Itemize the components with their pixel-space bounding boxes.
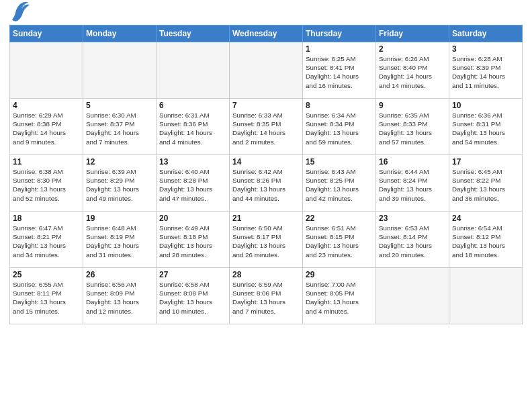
- calendar-cell: 21Sunrise: 6:50 AM Sunset: 8:17 PM Dayli…: [230, 212, 303, 268]
- day-number: 7: [232, 101, 300, 110]
- weekday-header-monday: Monday: [83, 26, 157, 42]
- calendar-cell: 9Sunrise: 6:35 AM Sunset: 8:33 PM Daylig…: [376, 99, 449, 155]
- day-info: Sunrise: 6:59 AM Sunset: 8:06 PM Dayligh…: [232, 280, 300, 316]
- weekday-header-row: SundayMondayTuesdayWednesdayThursdayFrid…: [10, 26, 523, 42]
- calendar-cell: 1Sunrise: 6:25 AM Sunset: 8:41 PM Daylig…: [303, 42, 376, 99]
- day-number: 23: [379, 214, 446, 223]
- day-number: 3: [452, 44, 519, 54]
- day-number: 8: [306, 101, 373, 110]
- weekday-header-thursday: Thursday: [303, 26, 376, 42]
- weekday-header-friday: Friday: [376, 26, 449, 42]
- day-number: 24: [452, 214, 519, 223]
- calendar-cell: 24Sunrise: 6:54 AM Sunset: 8:12 PM Dayli…: [449, 212, 523, 268]
- calendar-cell: 13Sunrise: 6:40 AM Sunset: 8:28 PM Dayli…: [157, 155, 230, 212]
- day-info: Sunrise: 6:25 AM Sunset: 8:41 PM Dayligh…: [306, 54, 373, 90]
- day-number: 6: [159, 101, 226, 110]
- calendar-cell: [157, 42, 230, 99]
- calendar-cell: 10Sunrise: 6:36 AM Sunset: 8:31 PM Dayli…: [449, 99, 523, 155]
- day-info: Sunrise: 6:49 AM Sunset: 8:18 PM Dayligh…: [159, 224, 226, 259]
- day-info: Sunrise: 6:33 AM Sunset: 8:35 PM Dayligh…: [232, 111, 300, 146]
- day-number: 11: [13, 157, 80, 167]
- day-number: 29: [306, 270, 373, 279]
- day-number: 2: [379, 44, 446, 54]
- calendar-cell: [376, 268, 449, 324]
- day-number: 5: [86, 101, 153, 110]
- calendar-cell: 23Sunrise: 6:53 AM Sunset: 8:14 PM Dayli…: [376, 212, 449, 268]
- calendar-cell: [449, 268, 523, 324]
- calendar-cell: 7Sunrise: 6:33 AM Sunset: 8:35 PM Daylig…: [230, 99, 303, 155]
- calendar-cell: 14Sunrise: 6:42 AM Sunset: 8:26 PM Dayli…: [230, 155, 303, 212]
- day-info: Sunrise: 6:29 AM Sunset: 8:38 PM Dayligh…: [13, 111, 80, 146]
- day-info: Sunrise: 6:35 AM Sunset: 8:33 PM Dayligh…: [379, 111, 446, 146]
- day-number: 25: [13, 270, 80, 279]
- calendar-cell: 18Sunrise: 6:47 AM Sunset: 8:21 PM Dayli…: [10, 212, 83, 268]
- calendar-cell: [230, 42, 303, 99]
- day-number: 26: [86, 270, 153, 279]
- day-info: Sunrise: 6:44 AM Sunset: 8:24 PM Dayligh…: [379, 167, 446, 203]
- day-number: 9: [379, 101, 446, 110]
- calendar-cell: 26Sunrise: 6:56 AM Sunset: 8:09 PM Dayli…: [83, 268, 157, 324]
- calendar-cell: 16Sunrise: 6:44 AM Sunset: 8:24 PM Dayli…: [376, 155, 449, 212]
- day-number: 21: [232, 214, 300, 223]
- page: SundayMondayTuesdayWednesdayThursdayFrid…: [0, 0, 532, 331]
- calendar-cell: 12Sunrise: 6:39 AM Sunset: 8:29 PM Dayli…: [83, 155, 157, 212]
- day-info: Sunrise: 6:58 AM Sunset: 8:08 PM Dayligh…: [159, 280, 226, 316]
- calendar-cell: 8Sunrise: 6:34 AM Sunset: 8:34 PM Daylig…: [303, 99, 376, 155]
- day-info: Sunrise: 6:31 AM Sunset: 8:36 PM Dayligh…: [159, 111, 226, 146]
- calendar-cell: 4Sunrise: 6:29 AM Sunset: 8:38 PM Daylig…: [10, 99, 83, 155]
- day-number: 4: [13, 101, 80, 110]
- day-number: 16: [379, 157, 446, 167]
- calendar-cell: 28Sunrise: 6:59 AM Sunset: 8:06 PM Dayli…: [230, 268, 303, 324]
- day-info: Sunrise: 6:42 AM Sunset: 8:26 PM Dayligh…: [232, 167, 300, 203]
- day-info: Sunrise: 6:26 AM Sunset: 8:40 PM Dayligh…: [379, 54, 446, 90]
- calendar-cell: 25Sunrise: 6:55 AM Sunset: 8:11 PM Dayli…: [10, 268, 83, 324]
- day-info: Sunrise: 6:28 AM Sunset: 8:39 PM Dayligh…: [452, 54, 519, 90]
- day-number: 18: [13, 214, 80, 223]
- day-info: Sunrise: 6:53 AM Sunset: 8:14 PM Dayligh…: [379, 224, 446, 259]
- day-number: 14: [232, 157, 300, 167]
- weekday-header-saturday: Saturday: [449, 26, 523, 42]
- calendar-cell: 15Sunrise: 6:43 AM Sunset: 8:25 PM Dayli…: [303, 155, 376, 212]
- calendar-week-row-4: 18Sunrise: 6:47 AM Sunset: 8:21 PM Dayli…: [10, 212, 523, 268]
- calendar-week-row-5: 25Sunrise: 6:55 AM Sunset: 8:11 PM Dayli…: [10, 268, 523, 324]
- calendar-table: SundayMondayTuesdayWednesdayThursdayFrid…: [9, 25, 523, 324]
- day-info: Sunrise: 6:34 AM Sunset: 8:34 PM Dayligh…: [306, 111, 373, 146]
- day-number: 22: [306, 214, 373, 223]
- day-info: Sunrise: 6:39 AM Sunset: 8:29 PM Dayligh…: [86, 167, 153, 203]
- day-info: Sunrise: 6:43 AM Sunset: 8:25 PM Dayligh…: [306, 167, 373, 203]
- day-info: Sunrise: 6:40 AM Sunset: 8:28 PM Dayligh…: [159, 167, 226, 203]
- day-number: 15: [306, 157, 373, 167]
- day-info: Sunrise: 6:56 AM Sunset: 8:09 PM Dayligh…: [86, 280, 153, 316]
- calendar-week-row-1: 1Sunrise: 6:25 AM Sunset: 8:41 PM Daylig…: [10, 42, 523, 99]
- day-info: Sunrise: 7:00 AM Sunset: 8:05 PM Dayligh…: [306, 280, 373, 316]
- day-info: Sunrise: 6:51 AM Sunset: 8:15 PM Dayligh…: [306, 224, 373, 259]
- weekday-header-sunday: Sunday: [10, 26, 83, 42]
- day-number: 12: [86, 157, 153, 167]
- day-info: Sunrise: 6:50 AM Sunset: 8:17 PM Dayligh…: [232, 224, 300, 259]
- calendar-cell: 2Sunrise: 6:26 AM Sunset: 8:40 PM Daylig…: [376, 42, 449, 99]
- calendar-cell: 5Sunrise: 6:30 AM Sunset: 8:37 PM Daylig…: [83, 99, 157, 155]
- calendar-week-row-2: 4Sunrise: 6:29 AM Sunset: 8:38 PM Daylig…: [10, 99, 523, 155]
- calendar-cell: 11Sunrise: 6:38 AM Sunset: 8:30 PM Dayli…: [10, 155, 83, 212]
- day-info: Sunrise: 6:47 AM Sunset: 8:21 PM Dayligh…: [13, 224, 80, 259]
- day-number: 17: [452, 157, 519, 167]
- calendar-cell: 20Sunrise: 6:49 AM Sunset: 8:18 PM Dayli…: [157, 212, 230, 268]
- calendar-cell: 3Sunrise: 6:28 AM Sunset: 8:39 PM Daylig…: [449, 42, 523, 99]
- header-area: [9, 7, 523, 22]
- day-info: Sunrise: 6:38 AM Sunset: 8:30 PM Dayligh…: [13, 167, 80, 203]
- day-number: 13: [159, 157, 226, 167]
- calendar-cell: 29Sunrise: 7:00 AM Sunset: 8:05 PM Dayli…: [303, 268, 376, 324]
- day-number: 27: [159, 270, 226, 279]
- day-number: 10: [452, 101, 519, 110]
- logo-bird-icon: [11, 0, 30, 22]
- calendar-cell: [10, 42, 83, 99]
- day-info: Sunrise: 6:54 AM Sunset: 8:12 PM Dayligh…: [452, 224, 519, 259]
- day-number: 28: [232, 270, 300, 279]
- day-info: Sunrise: 6:48 AM Sunset: 8:19 PM Dayligh…: [86, 224, 153, 259]
- day-number: 19: [86, 214, 153, 223]
- calendar-cell: 6Sunrise: 6:31 AM Sunset: 8:36 PM Daylig…: [157, 99, 230, 155]
- calendar-cell: 22Sunrise: 6:51 AM Sunset: 8:15 PM Dayli…: [303, 212, 376, 268]
- day-info: Sunrise: 6:55 AM Sunset: 8:11 PM Dayligh…: [13, 280, 80, 316]
- calendar-week-row-3: 11Sunrise: 6:38 AM Sunset: 8:30 PM Dayli…: [10, 155, 523, 212]
- weekday-header-tuesday: Tuesday: [157, 26, 230, 42]
